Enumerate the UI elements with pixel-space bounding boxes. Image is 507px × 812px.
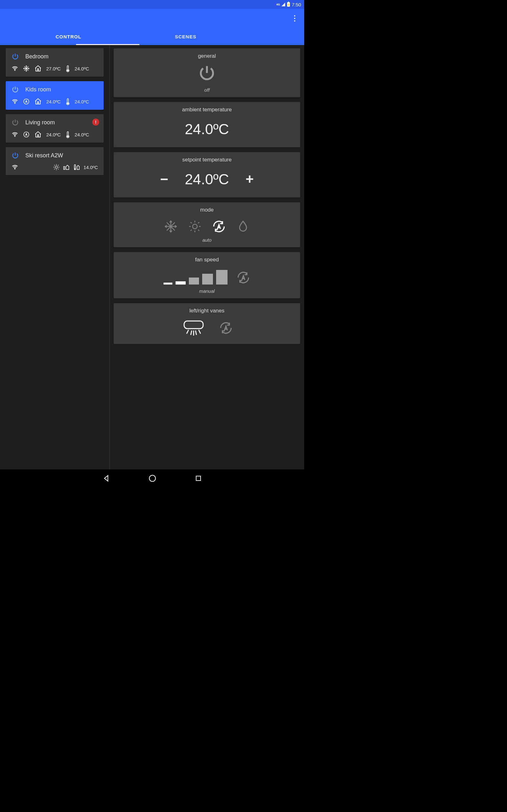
house-setpoint-icon	[34, 65, 42, 72]
android-status-bar: 4G ⚡ 7:50	[0, 0, 304, 9]
rooms-sidebar: Bedroom 27.0ºC 24.0ºC Kids room	[0, 45, 110, 469]
room-ambient: 14.0ºC	[83, 165, 98, 170]
room-name: Ski resort A2W	[25, 152, 63, 159]
room-card-living-room[interactable]: ! Living room 24.0ºC 24.0ºC	[6, 114, 104, 143]
mode-heat-button[interactable]	[188, 219, 202, 234]
card-fan-speed: fan speed manual	[113, 252, 300, 299]
svg-point-6	[67, 103, 68, 104]
nav-home-button[interactable]	[148, 474, 157, 483]
fan-level-4[interactable]	[202, 274, 213, 285]
house-setpoint-icon	[34, 98, 42, 105]
svg-rect-5	[38, 101, 38, 103]
tab-control-label: CONTROL	[55, 34, 81, 39]
clock: 7:50	[292, 2, 301, 7]
house-tank-icon	[63, 164, 70, 171]
android-nav-bar	[0, 469, 304, 487]
card-setpoint: setpoint temperature − 24.0ºC +	[113, 152, 300, 198]
svg-rect-16	[184, 321, 203, 328]
overflow-menu-button[interactable]	[291, 14, 298, 23]
tab-scenes[interactable]: SCENES	[137, 28, 304, 45]
mode-state: auto	[119, 237, 295, 243]
signal-icon	[281, 3, 285, 6]
thermometer-icon	[65, 131, 70, 138]
fan-speed-selector[interactable]	[119, 265, 295, 287]
svg-point-7	[14, 136, 15, 137]
room-card-bedroom[interactable]: Bedroom 27.0ºC 24.0ºC	[6, 48, 104, 77]
svg-point-15	[193, 224, 198, 229]
card-title: left/right vanes	[119, 308, 295, 314]
wifi-icon	[11, 98, 18, 105]
svg-rect-18	[196, 476, 201, 480]
tab-bar: CONTROL SCENES	[0, 28, 304, 45]
nav-recent-button[interactable]	[194, 474, 202, 482]
room-ambient: 24.0ºC	[75, 66, 89, 71]
nav-back-button[interactable]	[102, 474, 110, 483]
setpoint-decrease-button[interactable]: −	[156, 171, 172, 187]
card-mode: mode auto	[113, 202, 300, 247]
snowflake-icon	[23, 65, 30, 72]
room-ambient: 24.0ºC	[75, 99, 89, 104]
vanes-auto-button[interactable]	[219, 321, 233, 335]
wifi-icon	[11, 65, 18, 72]
battery-icon: ⚡	[287, 2, 290, 7]
room-name: Bedroom	[25, 53, 49, 60]
thermometer-icon	[65, 98, 70, 105]
room-setpoint: 24.0ºC	[46, 99, 61, 104]
mode-auto-button[interactable]	[212, 219, 226, 234]
fan-auto-button[interactable]	[236, 270, 250, 285]
wifi-icon	[11, 131, 18, 138]
auto-mode-icon	[23, 131, 30, 138]
setpoint-value: 24.0ºC	[185, 165, 229, 193]
app-bar	[0, 9, 304, 28]
room-ambient: 24.0ºC	[75, 132, 89, 137]
control-panel: general off ambient temperature 24.0ºC s…	[110, 45, 304, 469]
power-icon	[11, 53, 19, 60]
tab-control[interactable]: CONTROL	[0, 28, 137, 45]
power-toggle-button[interactable]	[198, 64, 216, 82]
card-vanes: left/right vanes	[113, 303, 300, 344]
ambient-value: 24.0ºC	[119, 115, 295, 143]
card-title: general	[119, 53, 295, 59]
fan-level-2[interactable]	[176, 281, 186, 285]
alert-icon[interactable]: !	[92, 119, 99, 125]
fan-level-1[interactable]	[164, 283, 172, 285]
setpoint-increase-button[interactable]: +	[242, 171, 258, 187]
room-name: Living room	[25, 119, 55, 126]
power-icon	[11, 86, 19, 93]
card-title: setpoint temperature	[119, 157, 295, 163]
card-title: mode	[119, 207, 295, 213]
fan-level-3[interactable]	[189, 277, 199, 285]
svg-point-12	[55, 166, 58, 168]
svg-rect-13	[64, 166, 65, 169]
svg-rect-1	[38, 68, 38, 70]
tab-scenes-label: SCENES	[175, 34, 196, 39]
card-ambient: ambient temperature 24.0ºC	[113, 102, 300, 148]
fan-level-5[interactable]	[216, 270, 228, 285]
room-name: Kids room	[25, 86, 51, 93]
card-title: fan speed	[119, 257, 295, 263]
svg-point-0	[14, 70, 15, 71]
svg-point-2	[67, 70, 68, 71]
house-thermo-icon	[73, 164, 80, 171]
svg-point-14	[74, 169, 76, 170]
svg-rect-9	[38, 135, 38, 136]
card-general: general off	[113, 48, 300, 97]
fan-state: manual	[119, 288, 295, 294]
wifi-icon	[11, 164, 18, 171]
sun-icon	[53, 164, 60, 171]
network-label: 4G	[276, 3, 280, 6]
room-card-ski-resort[interactable]: Ski resort A2W 14.0ºC	[6, 147, 104, 175]
auto-mode-icon	[23, 98, 30, 105]
svg-point-10	[67, 136, 68, 137]
power-icon	[11, 152, 19, 159]
house-setpoint-icon	[34, 131, 42, 138]
mode-cool-button[interactable]	[164, 219, 178, 234]
svg-point-11	[14, 169, 15, 169]
general-state: off	[119, 87, 295, 93]
room-card-kids-room[interactable]: Kids room 24.0ºC 24.0ºC	[6, 81, 104, 110]
mode-dry-button[interactable]	[236, 219, 250, 234]
svg-point-3	[14, 103, 15, 104]
power-icon	[11, 119, 19, 126]
card-title: ambient temperature	[119, 107, 295, 113]
vanes-direction-button[interactable]	[181, 319, 206, 337]
